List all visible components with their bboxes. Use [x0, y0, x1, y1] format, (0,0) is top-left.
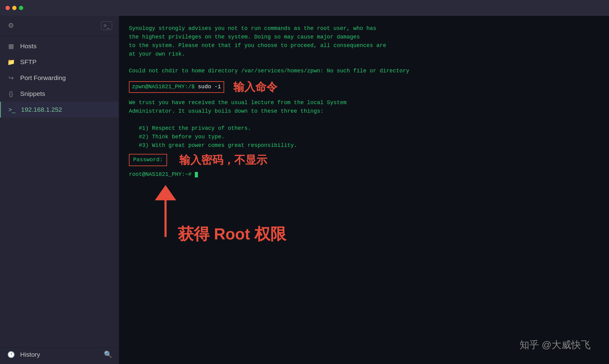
- sidebar-label-snippets: Snippets: [20, 90, 45, 97]
- maximize-button[interactable]: [19, 6, 23, 10]
- password-label: Password:: [133, 157, 163, 163]
- warning-text: Synology strongly advises you not to run…: [129, 24, 599, 59]
- close-button[interactable]: [5, 6, 10, 10]
- sidebar: ⚙ >_ ▦ Hosts 📁 SFTP ↪ Port Forwarding {}…: [0, 16, 119, 364]
- terminal-area: Synology strongly advises you not to run…: [119, 16, 609, 364]
- annotation-pwd: 输入密码，不显示: [179, 151, 267, 169]
- portforward-icon: ↪: [7, 74, 15, 82]
- sidebar-item-ip[interactable]: >_ 192.168.1.252: [0, 102, 119, 118]
- sidebar-bottom: 🕐 History 🔍: [0, 347, 119, 364]
- hosts-icon: ▦: [7, 42, 15, 50]
- root-prompt-text: root@NAS1821_PHY:~#: [129, 171, 195, 177]
- app-body: ⚙ >_ ▦ Hosts 📁 SFTP ↪ Port Forwarding {}…: [0, 16, 609, 364]
- password-box: Password:: [129, 154, 167, 166]
- sidebar-item-portforwarding[interactable]: ↪ Port Forwarding: [0, 70, 119, 86]
- sidebar-label-ip: 192.168.1.252: [21, 106, 62, 113]
- cmd-command-text: sudo -i: [198, 84, 221, 90]
- traffic-lights: [5, 6, 23, 10]
- command-box: zpwn@NAS1821_PHY:/$ sudo -i: [129, 81, 224, 93]
- error-text: Could not chdir to home directory /var/s…: [129, 67, 599, 75]
- history-item[interactable]: 🕐 History: [7, 351, 40, 358]
- cmd-prompt-text: zpwn@NAS1821_PHY:/$: [132, 84, 198, 90]
- sidebar-item-sftp[interactable]: 📁 SFTP: [0, 54, 119, 70]
- annotation-enter: 输入命令: [233, 78, 277, 96]
- titlebar: [0, 0, 609, 16]
- sidebar-label-hosts: Hosts: [20, 42, 37, 50]
- zhihu-credit: 知乎 @大威快飞: [520, 338, 591, 352]
- new-terminal-icon[interactable]: >_: [101, 21, 112, 30]
- history-icon: 🕐: [7, 351, 15, 358]
- sidebar-label-sftp: SFTP: [20, 58, 37, 66]
- root-prompt-line: root@NAS1821_PHY:~#: [129, 170, 599, 179]
- sidebar-label-portforward: Port Forwarding: [20, 74, 66, 82]
- sftp-icon: 📁: [7, 58, 15, 66]
- root-annotation: 获得 Root 权限: [178, 222, 286, 246]
- history-search-icon[interactable]: 🔍: [104, 351, 112, 359]
- sidebar-item-snippets[interactable]: {} Snippets: [0, 86, 119, 102]
- settings-icon[interactable]: ⚙: [7, 21, 15, 30]
- password-row: Password: 输入密码，不显示: [129, 151, 599, 169]
- terminal-content[interactable]: Synology strongly advises you not to run…: [119, 16, 609, 364]
- history-row: 🕐 History 🔍: [7, 351, 112, 359]
- svg-marker-1: [155, 185, 176, 200]
- snippets-icon: {}: [7, 90, 15, 97]
- sidebar-item-hosts[interactable]: ▦ Hosts: [0, 38, 119, 54]
- history-label: History: [20, 351, 40, 358]
- sidebar-nav: ▦ Hosts 📁 SFTP ↪ Port Forwarding {} Snip…: [0, 36, 119, 347]
- cursor: [195, 172, 198, 177]
- sidebar-top: ⚙ >_: [0, 16, 119, 36]
- lecture-text: We trust you have received the usual lec…: [129, 99, 599, 150]
- minimize-button[interactable]: [12, 6, 16, 10]
- terminal-icon: >_: [8, 106, 16, 113]
